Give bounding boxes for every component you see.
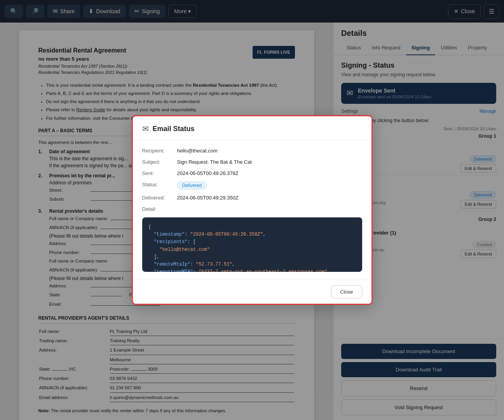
status-row: Status: Delivered bbox=[142, 182, 362, 189]
subject-value: Sign Request: The Bat & The Cat bbox=[177, 159, 252, 165]
delivered-row: Delivered: 2024-06-05T00:49:29.350Z bbox=[142, 195, 362, 201]
delivered-value: 2024-06-05T00:49:29.350Z bbox=[177, 195, 239, 201]
modal-overlay: ✉ Email Status Recipient: hello@thecat.c… bbox=[0, 0, 504, 420]
email-status-modal: ✉ Email Status Recipient: hello@thecat.c… bbox=[132, 115, 373, 305]
modal-code-block: { "timestamp": "2024-06-05T00:49:29.350Z… bbox=[142, 217, 362, 272]
modal-body: Recipient: hello@thecat.com Subject: Sig… bbox=[133, 140, 371, 280]
recipient-label: Recipient: bbox=[142, 148, 177, 154]
modal-close-button[interactable]: Close bbox=[331, 285, 362, 298]
subject-label: Subject: bbox=[142, 159, 177, 165]
status-badge: Delivered bbox=[177, 182, 207, 189]
sent-row: Sent: 2024-06-05T00:49:26.378Z bbox=[142, 170, 362, 176]
detail-row: Detail: bbox=[142, 206, 362, 212]
subject-row: Subject: Sign Request: The Bat & The Cat bbox=[142, 159, 362, 165]
detail-label: Detail: bbox=[142, 206, 177, 212]
modal-footer: Close bbox=[133, 280, 371, 304]
delivered-label: Delivered: bbox=[142, 195, 177, 201]
recipient-row: Recipient: hello@thecat.com bbox=[142, 148, 362, 154]
sent-value: 2024-06-05T00:49:26.378Z bbox=[177, 170, 239, 176]
sent-label: Sent: bbox=[142, 170, 177, 176]
email-icon: ✉ bbox=[142, 124, 149, 133]
recipient-value: hello@thecat.com bbox=[177, 148, 218, 154]
status-label: Status: bbox=[142, 182, 177, 189]
modal-title: Email Status bbox=[153, 125, 195, 133]
modal-header: ✉ Email Status bbox=[133, 116, 371, 140]
